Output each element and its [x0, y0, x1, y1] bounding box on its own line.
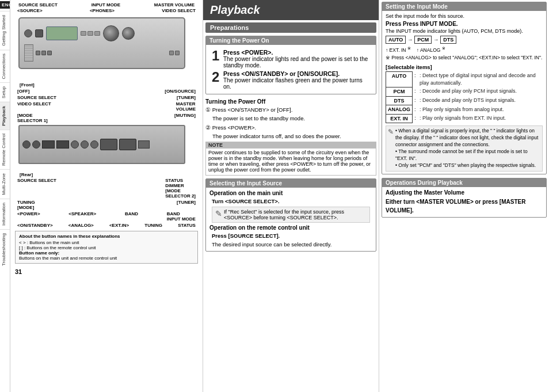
label-band: BAND: [125, 211, 138, 222]
bracket-rear-label: [Rear]: [13, 172, 200, 177]
adj-title: Adjusting the Master Volume: [386, 189, 543, 196]
key-pcm: PCM: [386, 87, 413, 96]
section-input-source-body: Operation on the main unit Turn <SOURCE …: [206, 188, 376, 251]
label-source-select: SOURCE SELECT: [18, 2, 58, 7]
mode-sub-diagram: ↑ EXT. IN ※ ↑ ANALOG ※: [386, 45, 543, 53]
ext-in-sub: ↑ EXT. IN ※: [386, 45, 411, 53]
step-1-title: Press <POWER>.: [223, 49, 370, 56]
page-title: Playback: [203, 0, 379, 20]
box-operations-body: Adjusting the Master Volume Either turn …: [382, 187, 546, 217]
additional-notes: ✎ • When a digital signal is properly in…: [386, 125, 543, 171]
label-tuner-rear: [TUNER]: [177, 200, 196, 210]
label-source-bracket: <SOURCE>: [17, 8, 43, 13]
selectable-title: [Selectable items]: [386, 64, 543, 70]
vertical-tabs: Getting Started Connections Setup Playba…: [0, 11, 10, 392]
label-source-select-left: SOURCE SELECT: [17, 95, 56, 100]
section-input-source: Selecting the Input Source Operation on …: [205, 178, 376, 252]
mode-pcm: PCM: [414, 36, 432, 44]
note-bar: NOTE: [205, 142, 376, 149]
turning-off-step1: ① Press <ON/STANDBY> or [OFF].: [205, 106, 376, 113]
label-mode-selector1: [MODESELECTOR 1]: [17, 113, 48, 123]
sidebar-item-getting-started[interactable]: Getting Started: [0, 11, 10, 50]
turning-off-heading: Turning the Power Off: [205, 98, 376, 105]
step-1-content: Press <POWER>. The power indicator light…: [223, 49, 370, 68]
adj-text: Either turn <MASTER VOLUME> or press [MA…: [386, 197, 543, 215]
sidebar-item-information[interactable]: Information: [0, 199, 10, 229]
additional-notes-text: • When a digital signal is properly inpu…: [395, 128, 540, 169]
language-label: ENGLISH: [0, 1, 10, 9]
label-on-standby-bracket: <ON/STANDBY>: [17, 223, 53, 228]
mode-diagram: AUTO → PCM → DTS: [386, 36, 543, 44]
analog-sub: ↑ ANALOG ※: [417, 45, 445, 53]
sidebar-item-connections[interactable]: Connections: [0, 50, 10, 82]
note-content: Power continues to be supplied to some o…: [205, 149, 376, 176]
step-1-desc: The power indicator lights red and the p…: [223, 56, 370, 68]
desc-auto: : Detect type of digital input signal an…: [418, 71, 542, 87]
label-video-select: VIDEO SELECT: [162, 8, 196, 13]
label-source-select-rear: SOURCE SELECT: [17, 178, 56, 199]
box-operations-title: Operations During Playback: [382, 178, 546, 187]
input-mode-desc: The INPUT mode indicator lights (AUTO, P…: [386, 28, 543, 34]
note-line-3: Button name only:: [19, 250, 194, 256]
table-row: AUTO : : Detect type of digital input si…: [386, 71, 543, 87]
op-main-title: Operation on the main unit: [209, 190, 372, 196]
op-remote-title: Operation on the remote control unit: [209, 224, 372, 231]
note-bullet-2: • The surround mode cannot be set if the…: [395, 149, 540, 162]
table-row: PCM : : Decode and play only PCM input s…: [386, 87, 543, 96]
desc-pcm: : Decode and play only PCM input signals…: [418, 87, 542, 96]
label-master-volume-right: MASTERVOLUME: [176, 101, 196, 112]
op-main-text: Turn <SOURCE SELECT>.: [212, 197, 370, 205]
note-title: About the button names in these explanat…: [19, 234, 194, 239]
label-muting-right: [MUTING]: [174, 113, 196, 123]
table-row: DTS : : Decode and play only DTS input s…: [386, 96, 543, 105]
label-input-mode: INPUT MODE: [92, 2, 120, 7]
right-column: Setting the Input Mode Set the input mod…: [379, 0, 549, 392]
step-1-row: 1 Press <POWER>. The power indicator lig…: [212, 49, 370, 68]
main-content: SOURCE SELECT INPUT MODE MASTER VOLUME <…: [10, 0, 549, 392]
label-master-volume: MASTER VOLUME: [154, 2, 195, 7]
subsection-power-on-body: 1 Press <POWER>. The power indicator lig…: [206, 45, 376, 94]
step-2-content: Press <ON/STANDBY> or [ON/SOURCE]. The p…: [223, 70, 370, 90]
arrow-2: →: [433, 37, 439, 43]
op-remote-text: Press [SOURCE SELECT].: [212, 232, 370, 239]
sidebar-item-multi-zone[interactable]: Multi-Zone: [0, 169, 10, 199]
top-area: SOURCE SELECT INPUT MODE MASTER VOLUME <…: [10, 0, 549, 392]
section-preparations: Preparations: [205, 22, 376, 33]
label-status: STATUS: [178, 223, 196, 228]
subsection-power-on-title: Turning the Power On: [206, 36, 376, 45]
key-dts: DTS: [386, 96, 413, 105]
section-input-source-title: Selecting the Input Source: [206, 179, 376, 188]
label-speaker-bracket: <SPEAKER>: [68, 211, 96, 222]
label-status-dimmer: STATUSDIMMER[MODESELECTOR 2]: [165, 178, 196, 199]
box-input-mode-title: Setting the Input Mode: [382, 2, 546, 11]
op-remote-desc: The desired input source can be selected…: [212, 241, 370, 248]
sidebar-item-playback[interactable]: Playback: [0, 102, 10, 130]
subsection-power-on: Turning the Power On 1 Press <POWER>. Th…: [205, 36, 376, 94]
sidebar-item-setup[interactable]: Setup: [0, 82, 10, 102]
box-operations: Operations During Playback Adjusting the…: [382, 178, 547, 218]
content-panel: Playback Preparations Turning the Power …: [203, 0, 549, 392]
label-tuning-mode: TUNING[MODE]: [17, 200, 35, 210]
step-2-title: Press <ON/STANDBY> or [ON/SOURCE].: [223, 70, 370, 77]
step-2-desc: The power indicator flashes green and th…: [223, 77, 370, 90]
sidebar-item-troubleshooting[interactable]: Troubleshooting: [0, 229, 10, 269]
label-on-source-right: [ON/SOURCE]: [165, 89, 196, 94]
note-line-1: < > : Buttons on the main unit: [19, 240, 194, 245]
desc-ext-in: : Play only signals from EXT. IN input.: [418, 114, 542, 123]
sidebar-item-remote-control[interactable]: Remote Control: [0, 130, 10, 169]
label-band-input-mode: BANDINPUT MODE: [167, 211, 196, 222]
info-note: ✎ If "Rec Select" is selected for the in…: [212, 207, 370, 223]
label-analog-bracket: <ANALOG>: [68, 223, 94, 228]
key-auto: AUTO: [386, 71, 413, 87]
bracket-front-label: [Front]: [13, 82, 200, 88]
mode-note1: ※ Press <ANALOG> to select "ANALOG"; <EX…: [386, 55, 543, 62]
mode-auto: AUTO: [386, 36, 406, 44]
turning-off-step2: ② Press <POWER>.: [205, 124, 376, 131]
note-bullet-3: • Only set "PCM" and "DTS" when playing …: [395, 162, 540, 169]
table-row: ANALOG : : Play only signals from analog…: [386, 105, 543, 115]
box-input-mode: Setting the Input Mode Set the input mod…: [382, 2, 547, 174]
left-sidebar: ENGLISH Getting Started Connections Setu…: [0, 0, 10, 392]
diagram-panel: SOURCE SELECT INPUT MODE MASTER VOLUME <…: [10, 0, 203, 392]
turning-off-step1-desc: The power is set to the standby mode.: [205, 115, 376, 122]
key-analog: ANALOG: [386, 105, 413, 115]
